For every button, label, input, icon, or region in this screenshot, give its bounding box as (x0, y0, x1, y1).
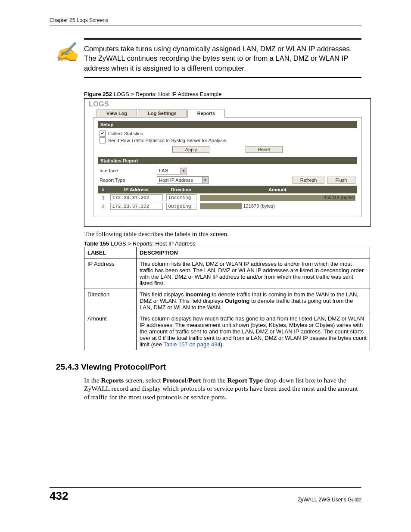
screen-title: LOGS (84, 99, 371, 108)
th-label: LABEL (84, 247, 137, 258)
cell-label: Amount (84, 313, 137, 350)
guide-title: ZyWALL 2WG User's Guide (298, 497, 361, 503)
report-type-select[interactable]: Host IP Address (157, 176, 209, 184)
th-description: DESCRIPTION (137, 247, 370, 258)
table-row: 1 172.23.37.202 Incoming 456319 (bytes) (98, 193, 357, 202)
section-heading: 25.4.3 Viewing Protocol/Port (56, 362, 385, 372)
collect-statistics-label: Collect Statistics (108, 131, 143, 136)
cell-direction: Outgoing (166, 203, 196, 210)
after-figure-text: The following table describes the labels… (84, 230, 385, 238)
table-title: LOGS > Reports: Host IP Address (109, 240, 195, 247)
page-footer: 432 ZyWALL 2WG User's Guide (50, 487, 361, 503)
cell-num: 1 (98, 193, 109, 202)
cell-amount: 456319 (bytes) (324, 195, 355, 200)
amount-bar: 121879 (bytes) (200, 203, 355, 209)
note-icon: ✍ (50, 44, 84, 73)
setup-section-bar: Setup (98, 121, 357, 128)
flush-button[interactable]: Flush (327, 177, 355, 184)
th-amount: Amount (198, 186, 357, 193)
section-body: In the Reports screen, select Protocol/P… (84, 376, 361, 401)
tab-bar: View Log Log Settings Reports (97, 109, 371, 118)
reset-button[interactable]: Reset (246, 146, 283, 153)
table-row: 2 172.23.37.202 Outgoing 121879 (bytes) (98, 202, 357, 211)
table-row: Amount This column displays how much tra… (84, 313, 370, 350)
cell-description: This column lists the LAN, DMZ or WLAN I… (137, 258, 370, 289)
table-link[interactable]: Table 157 on page 434 (163, 341, 220, 348)
page-number: 432 (50, 489, 68, 503)
note-block: ✍ Computers take turns using dynamically… (50, 38, 361, 78)
cell-ip: 172.23.37.202 (110, 203, 163, 210)
note-text: Computers take turns using dynamically a… (84, 44, 361, 73)
cell-description: This field displays Incoming to denote t… (137, 289, 370, 313)
interface-select[interactable]: LAN (157, 167, 187, 174)
table-caption: Table 155 LOGS > Reports: Host IP Addres… (84, 240, 385, 247)
cell-num: 2 (98, 202, 109, 211)
send-raw-traffic-checkbox[interactable] (100, 137, 106, 143)
figure-number: Figure 252 (84, 91, 112, 97)
description-table: LABEL DESCRIPTION IP Address This column… (84, 247, 370, 350)
table-row: Direction This field displays Incoming t… (84, 289, 370, 313)
statistics-table: # IP Address Direction Amount 1 172.23.3… (98, 186, 357, 211)
cell-label: Direction (84, 289, 137, 313)
tab-log-settings[interactable]: Log Settings (138, 109, 187, 118)
amount-bar: 456319 (bytes) (200, 195, 355, 201)
tab-reports[interactable]: Reports (187, 109, 225, 118)
collect-statistics-checkbox[interactable] (100, 131, 106, 137)
tab-view-log[interactable]: View Log (97, 109, 137, 118)
cell-direction: Incoming (166, 194, 196, 201)
running-header: Chapter 25 Logs Screens (50, 17, 361, 25)
statistics-report-section-bar: Statistics Report (98, 157, 357, 164)
th-num: # (98, 186, 109, 193)
th-ip: IP Address (109, 186, 165, 193)
screenshot-frame: LOGS View Log Log Settings Reports Setup… (84, 98, 371, 227)
cell-ip: 172.23.37.202 (110, 194, 163, 201)
table-row: IP Address This column lists the LAN, DM… (84, 258, 370, 289)
send-raw-traffic-label: Send Raw Traffic Statistics to Syslog Se… (108, 138, 226, 143)
apply-button[interactable]: Apply (172, 146, 209, 153)
interface-label: Interface (100, 168, 153, 173)
refresh-button[interactable]: Refresh (293, 177, 324, 184)
cell-description: This column displays how much traffic ha… (137, 313, 370, 350)
cell-label: IP Address (84, 258, 137, 289)
table-number: Table 155 (84, 240, 109, 247)
report-type-label: Report Type (100, 177, 153, 183)
figure-caption: Figure 252 LOGS > Reports: Host IP Addre… (84, 91, 385, 97)
cell-amount: 121879 (bytes) (243, 203, 275, 208)
figure-title: LOGS > Reports: Host IP Address Example (112, 91, 221, 97)
chapter-title: Chapter 25 Logs Screens (50, 17, 108, 23)
th-direction: Direction (165, 186, 198, 193)
